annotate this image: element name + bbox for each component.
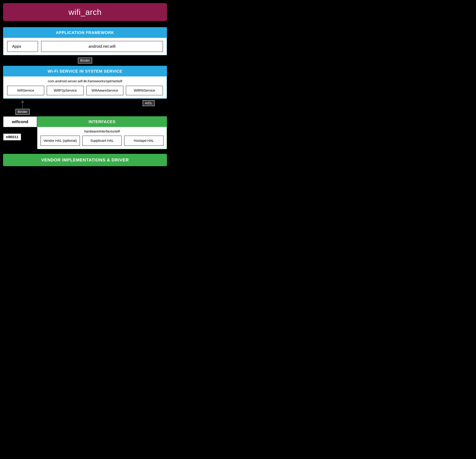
wifi-service-label: Wi-Fi SERVICE IN SYSTEM SERVICE: [48, 69, 122, 74]
app-framework-items: Apps android.net.wifi: [3, 38, 167, 55]
app-framework-header: APPLICATION FRAMEWORK: [3, 27, 167, 38]
wificond-column: wificond nl80211: [3, 116, 37, 149]
apps-label: Apps: [12, 44, 21, 49]
subtitle-post: frameworks/opt/net/wifi: [87, 79, 122, 83]
interfaces-content: hardware/interfaces/wifi Vendor HAL (opt…: [37, 127, 167, 149]
interfaces-section: INTERFACES hardware/interfaces/wifi Vend…: [37, 116, 167, 149]
hostapd-hal-box: Hostapd HAL: [124, 136, 163, 146]
binder-label-1: Binder: [78, 57, 92, 64]
wificond-box: wificond: [3, 116, 37, 127]
subtitle-pre: com.android.server.wifi: [48, 79, 83, 83]
interfaces-subtitle: hardware/interfaces/wifi: [41, 129, 163, 133]
supplicant-hal-box: Supplicant HAL: [82, 136, 122, 146]
wifiaware-service-label: WifiAwareService: [92, 89, 118, 92]
aidl-label: AIDL: [143, 100, 155, 106]
wifi-service-item-label: WifiService: [17, 89, 34, 92]
wifi-service-header: Wi-Fi SERVICE IN SYSTEM SERVICE: [3, 66, 167, 76]
vendor-bar: VENDOR IMPLEMENTATIONS & DRIVER: [3, 154, 167, 166]
app-framework-section: APPLICATION FRAMEWORK Apps android.net.w…: [3, 27, 167, 55]
vert-line-left: [22, 103, 23, 109]
wifi-service-box: WifiService: [7, 86, 44, 95]
binder-label-2: Binder: [16, 109, 30, 115]
interfaces-header: INTERFACES: [37, 117, 167, 127]
apps-box: Apps: [7, 41, 38, 52]
interfaces-subtitle-text: hardware/interfaces/wifi: [84, 129, 120, 133]
supplicant-hal-label: Supplicant HAL: [90, 139, 114, 143]
binder-connector-1: Binder: [3, 55, 167, 66]
wifip2p-service-label: WifiP2pService: [54, 89, 77, 92]
wifi-service-subtitle: com.android.server.wifi in frameworks/op…: [7, 79, 163, 83]
android-net-wifi-label: android.net.wifi: [89, 44, 116, 49]
wificond-label: wificond: [12, 119, 28, 124]
interfaces-label: INTERFACES: [89, 119, 116, 124]
wifirtt-service-box: WifiRttService: [126, 86, 163, 95]
android-net-wifi-box: android.net.wifi: [41, 41, 163, 52]
connector-row-2: Binder AIDL: [3, 99, 167, 116]
wifiaware-service-box: WifiAwareService: [86, 86, 123, 95]
interfaces-items: Vendor HAL (optional) Supplicant HAL Hos…: [41, 136, 163, 146]
vendor-hal-label: Vendor HAL (optional): [44, 139, 77, 143]
arrow-up-icon: [21, 100, 24, 103]
wifi-service-items: WifiService WifiP2pService WifiAwareServ…: [7, 86, 163, 95]
vendor-bar-label: VENDOR IMPLEMENTATIONS & DRIVER: [41, 157, 129, 162]
wifirtt-service-label: WifiRttService: [134, 89, 155, 92]
page-container: wifi_arch APPLICATION FRAMEWORK Apps and…: [3, 3, 167, 166]
binder-connector-2: Binder: [3, 100, 30, 115]
nl80211-label: nl80211: [6, 135, 18, 139]
wifip2p-service-box: WifiP2pService: [47, 86, 84, 95]
title-bar: wifi_arch: [3, 3, 167, 21]
vendor-hal-box: Vendor HAL (optional): [41, 136, 80, 146]
aidl-connector: AIDL: [143, 100, 167, 106]
subtitle-bold: in: [84, 79, 87, 83]
interfaces-row: wificond nl80211 INTERFACES hardware/int…: [3, 116, 167, 149]
hostapd-hal-label: Hostapd HAL: [134, 139, 154, 143]
app-framework-label: APPLICATION FRAMEWORK: [56, 30, 114, 35]
page-title: wifi_arch: [9, 8, 161, 17]
wifi-service-content: com.android.server.wifi in frameworks/op…: [3, 76, 167, 98]
wifi-service-section: Wi-Fi SERVICE IN SYSTEM SERVICE com.andr…: [3, 66, 167, 99]
nl80211-box: nl80211: [3, 133, 21, 140]
